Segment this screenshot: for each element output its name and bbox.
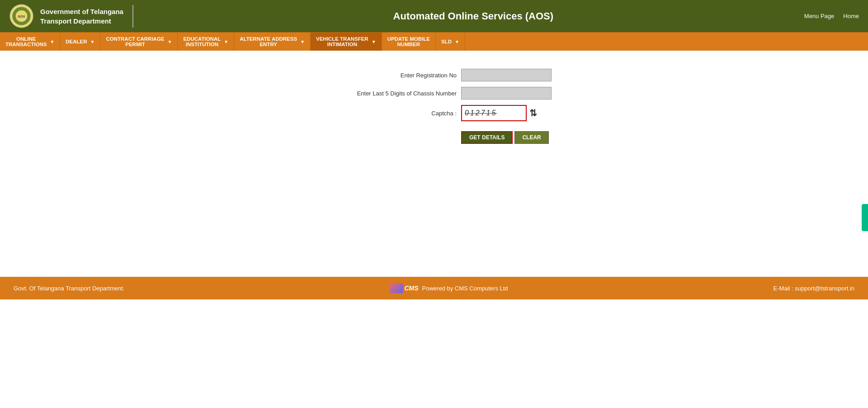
- footer-powered-by: CMS Powered by CMS Computers Ltd: [390, 283, 508, 293]
- nav-label: VEHICLE TRANSFER INTIMATION: [316, 36, 368, 47]
- government-logo: GOV: [9, 4, 34, 28]
- chevron-down-icon: ▼: [372, 39, 376, 44]
- nav-label: SLD: [441, 39, 452, 44]
- nav-contract-carriage[interactable]: CONTRACT CARRIAGE PERMIT ▼: [100, 33, 178, 51]
- reg-no-row: Enter Registration No: [316, 69, 552, 81]
- captcha-row: Captcha : ⇅: [316, 105, 537, 121]
- chevron-down-icon: ▼: [90, 39, 95, 44]
- captcha-input[interactable]: [461, 105, 527, 121]
- cms-text: CMS: [404, 285, 418, 292]
- captcha-refresh-icon[interactable]: ⇅: [529, 108, 537, 119]
- nav-label: UPDATE MOBILE NUMBER: [387, 36, 430, 47]
- reg-no-input-placeholder: [461, 69, 552, 81]
- nav-dealer[interactable]: DEALER ▼: [60, 33, 100, 51]
- footer-org-name: Govt. Of Telangana Transport Department.: [14, 285, 124, 292]
- captcha-label: Captcha :: [316, 110, 461, 117]
- menu-page-link[interactable]: Menu Page: [804, 13, 835, 19]
- nav-label: ONLINE TRANSACTIONS: [5, 36, 47, 47]
- chassis-label: Enter Last 5 Digits of Chassis Number: [316, 90, 461, 97]
- chevron-down-icon: ▼: [455, 39, 459, 44]
- chassis-row: Enter Last 5 Digits of Chassis Number: [316, 87, 552, 100]
- chassis-input-placeholder: [461, 87, 552, 100]
- chevron-down-icon: ▼: [168, 39, 172, 44]
- nav-label: EDUCATIONAL INSTITUTION: [183, 36, 221, 47]
- home-link[interactable]: Home: [843, 13, 859, 19]
- footer-email: E-Mail : support@tstransport.in: [774, 285, 854, 292]
- nav-label: CONTRACT CARRIAGE PERMIT: [106, 36, 164, 47]
- get-details-button[interactable]: GET DETAILS: [461, 131, 513, 144]
- chevron-down-icon: ▼: [224, 39, 228, 44]
- vehicle-transfer-form: Enter Registration No Enter Last 5 Digit…: [316, 69, 552, 144]
- button-row: GET DETAILS CLEAR: [461, 131, 549, 144]
- nav-vehicle-transfer[interactable]: VEHICLE TRANSFER INTIMATION ▼: [311, 33, 382, 51]
- captcha-container: ⇅: [461, 105, 537, 121]
- cms-logo-icon: [390, 283, 403, 293]
- nav-label: DEALER: [66, 39, 87, 44]
- nav-sld[interactable]: SLD ▼: [436, 33, 465, 51]
- main-content: Enter Registration No Enter Last 5 Digit…: [0, 51, 868, 277]
- powered-by-text: Powered by CMS Computers Ltd: [422, 285, 508, 292]
- app-title: Automated Online Services (AOS): [142, 10, 804, 22]
- chevron-down-icon: ▼: [300, 39, 305, 44]
- divider: [132, 5, 133, 28]
- scroll-indicator[interactable]: [862, 204, 868, 231]
- navigation-bar: ONLINE TRANSACTIONS ▼ DEALER ▼ CONTRACT …: [0, 32, 868, 51]
- footer: Govt. Of Telangana Transport Department.…: [0, 277, 868, 299]
- clear-button[interactable]: CLEAR: [514, 131, 548, 144]
- header-links: Menu Page Home: [804, 13, 859, 19]
- chevron-down-icon: ▼: [50, 39, 54, 44]
- org-title: Government of Telangana Transport Depart…: [40, 7, 123, 26]
- header: GOV Government of Telangana Transport De…: [0, 0, 868, 32]
- nav-online-transactions[interactable]: ONLINE TRANSACTIONS ▼: [0, 33, 60, 51]
- reg-no-label: Enter Registration No: [316, 72, 461, 79]
- nav-alternate-address[interactable]: ALTERNATE ADDRESS ENTRY ▼: [234, 33, 311, 51]
- nav-label: ALTERNATE ADDRESS ENTRY: [240, 36, 297, 47]
- nav-educational-institution[interactable]: EDUCATIONAL INSTITUTION ▼: [178, 33, 234, 51]
- svg-text:GOV: GOV: [18, 14, 25, 19]
- nav-update-mobile[interactable]: UPDATE MOBILE NUMBER: [382, 33, 436, 51]
- cms-logo: CMS: [390, 283, 418, 293]
